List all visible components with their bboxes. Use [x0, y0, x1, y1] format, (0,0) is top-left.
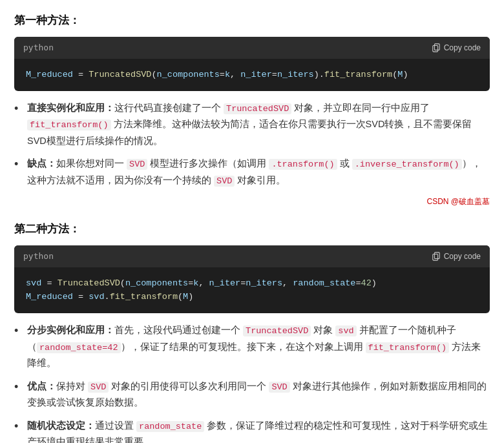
section1-code-lang: python [23, 41, 54, 55]
bullet-dot: • [14, 418, 26, 435]
section1-watermark: CSDN @破血盖墓 [14, 195, 490, 208]
section2-code-block: python Copy code svd = TruncatedSVD(n_co… [14, 245, 490, 313]
section-1: 第一种方法： python Copy code M_reduced = Trun… [14, 12, 490, 209]
section2-bullets: • 分步实例化和应用：首先，这段代码通过创建一个 TruncatedSVD 对象… [14, 322, 490, 443]
section1-copy-label: Copy code [444, 43, 481, 52]
section2-bullet-3-content: 随机状态设定：通过设置 random_state 参数，保证了降维过程的稳定性和… [27, 418, 490, 443]
inline-code: .inverse_transform() [352, 159, 462, 170]
svg-rect-2 [434, 252, 439, 259]
section2-code-body: svd = TruncatedSVD(n_components=k, n_ite… [14, 267, 490, 313]
section2-bullet-2: • 优点：保持对 SVD 对象的引用使得可以多次利用同一个 SVD 对象进行其他… [14, 378, 490, 411]
inline-code: random_state [136, 421, 204, 432]
section1-bullet-2: • 缺点：如果你想对同一 SVD 模型进行多次操作（如调用 .transform… [14, 156, 490, 189]
section1-code-body: M_reduced = TruncatedSVD(n_components=k,… [14, 59, 490, 91]
inline-code: .transform() [269, 159, 337, 170]
code-line-2-1: svd = TruncatedSVD(n_components=k, n_ite… [26, 276, 478, 291]
section2-code-header: python Copy code [14, 245, 490, 267]
section2-copy-label: Copy code [444, 252, 481, 261]
section2-bullet-2-label: 优点： [27, 381, 56, 391]
section1-bullet-2-content: 缺点：如果你想对同一 SVD 模型进行多次操作（如调用 .transform()… [27, 156, 490, 189]
section1-bullet-1: • 直接实例化和应用：这行代码直接创建了一个 TruncatedSVD 对象，并… [14, 100, 490, 150]
bullet-dot: • [14, 378, 26, 396]
bullet-dot: • [14, 156, 26, 173]
section1-bullet-2-label: 缺点： [27, 158, 56, 169]
inline-code: svd [335, 325, 356, 336]
copy-icon [432, 43, 441, 52]
section1-bullet-1-label: 直接实例化和应用： [27, 103, 114, 113]
inline-code: TruncatedSVD [243, 325, 311, 336]
section2-bullet-2-content: 优点：保持对 SVD 对象的引用使得可以多次利用同一个 SVD 对象进行其他操作… [27, 378, 490, 411]
section2-bullet-3-label: 随机状态设定： [27, 420, 95, 431]
code-line-2-2: M_reduced = svd.fit_transform(M) [26, 290, 478, 304]
section2-bullet-3: • 随机状态设定：通过设置 random_state 参数，保证了降维过程的稳定… [14, 418, 490, 443]
section1-code-block: python Copy code M_reduced = TruncatedSV… [14, 37, 490, 91]
section2-bullet-1: • 分步实例化和应用：首先，这段代码通过创建一个 TruncatedSVD 对象… [14, 322, 490, 372]
svg-rect-0 [434, 44, 439, 50]
bullet-dot: • [14, 322, 26, 340]
copy-icon-2 [432, 252, 441, 261]
section1-bullets: • 直接实例化和应用：这行代码直接创建了一个 TruncatedSVD 对象，并… [14, 100, 490, 189]
section2-copy-button[interactable]: Copy code [432, 252, 481, 261]
section1-code-header: python Copy code [14, 37, 490, 59]
inline-code: SVD [127, 159, 147, 170]
inline-code: SVD [269, 382, 289, 393]
inline-code: SVD [88, 382, 109, 393]
inline-code: fit_transform() [27, 119, 111, 130]
svg-rect-3 [432, 254, 437, 260]
bullet-dot: • [14, 100, 26, 118]
svg-rect-1 [432, 45, 437, 52]
section1-bullet-1-content: 直接实例化和应用：这行代码直接创建了一个 TruncatedSVD 对象，并立即… [27, 100, 490, 150]
inline-code: TruncatedSVD [224, 103, 291, 114]
section-2: 第二种方法： python Copy code svd = TruncatedS… [14, 220, 490, 443]
section1-copy-button[interactable]: Copy code [432, 43, 481, 52]
section1-title: 第一种方法： [14, 12, 490, 30]
inline-code: SVD [214, 176, 235, 187]
section2-bullet-1-content: 分步实例化和应用：首先，这段代码通过创建一个 TruncatedSVD 对象 s… [27, 322, 490, 372]
section2-bullet-1-label: 分步实例化和应用： [27, 325, 114, 335]
inline-code: random_state=42 [37, 342, 121, 353]
code-line-1: M_reduced = TruncatedSVD(n_components=k,… [26, 70, 408, 79]
section2-title: 第二种方法： [14, 220, 490, 239]
inline-code: fit_transform() [366, 342, 450, 353]
section2-code-lang: python [23, 249, 54, 263]
